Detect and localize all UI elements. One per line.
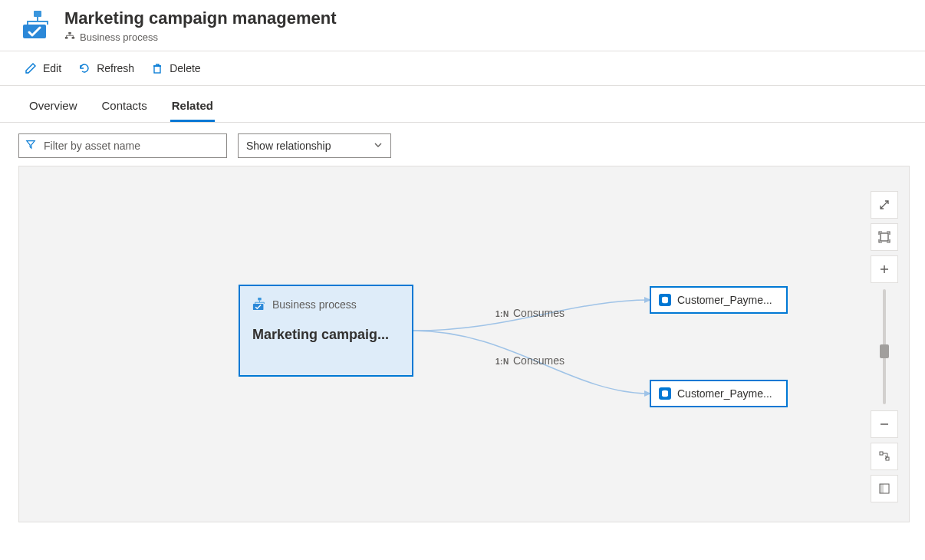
tab-related[interactable]: Related <box>170 90 215 122</box>
svg-rect-0 <box>34 11 41 17</box>
minimap-button[interactable] <box>871 475 898 502</box>
chevron-down-icon <box>374 140 383 152</box>
relationship-select[interactable]: Show relationship <box>238 133 391 158</box>
fullscreen-button[interactable] <box>871 191 898 219</box>
edit-button[interactable]: Edit <box>23 59 63 77</box>
tab-overview[interactable]: Overview <box>28 90 79 122</box>
fit-to-screen-button[interactable] <box>871 223 898 251</box>
zoom-slider-thumb[interactable] <box>880 344 889 358</box>
business-process-icon <box>21 9 52 40</box>
pencil-icon <box>25 62 37 74</box>
svg-rect-14 <box>880 484 884 493</box>
map-controls <box>871 191 898 502</box>
node-target-0-label: Customer_Payme... <box>677 294 779 306</box>
database-icon <box>659 387 671 400</box>
relationship-canvas[interactable]: Business process Marketing campaig... 1:… <box>18 166 910 522</box>
refresh-icon <box>78 62 91 74</box>
edge-cardinality-0: 1:N <box>495 310 509 318</box>
toolbar: Edit Refresh Delete <box>0 51 925 86</box>
svg-rect-2 <box>68 32 71 35</box>
delete-button[interactable]: Delete <box>150 59 202 77</box>
page-title: Marketing campaign management <box>64 8 337 30</box>
edge-label-1: Consumes <box>513 354 565 367</box>
page-subtitle: Business process <box>80 31 158 43</box>
zoom-out-button[interactable] <box>871 410 898 438</box>
delete-label: Delete <box>170 62 200 74</box>
filter-input[interactable] <box>42 139 220 153</box>
database-icon <box>659 294 671 306</box>
edit-label: Edit <box>43 62 61 74</box>
connectors <box>19 166 909 522</box>
tabs: Overview Contacts Related <box>0 86 925 123</box>
filter-icon <box>25 139 36 152</box>
trash-icon <box>151 62 163 74</box>
node-business-process[interactable]: Business process Marketing campaig... <box>239 285 413 377</box>
svg-rect-4 <box>72 37 75 39</box>
edge-label-0: Consumes <box>513 307 565 319</box>
business-process-small-icon <box>64 31 75 42</box>
svg-rect-11 <box>880 452 883 455</box>
refresh-button[interactable]: Refresh <box>77 59 136 77</box>
layout-button[interactable] <box>871 443 898 470</box>
filter-input-wrap[interactable] <box>18 133 227 158</box>
filter-row: Show relationship <box>0 123 925 166</box>
svg-rect-5 <box>154 66 160 73</box>
page-header: Marketing campaign management Business p… <box>0 0 925 51</box>
relationship-select-label: Show relationship <box>246 140 331 152</box>
svg-rect-6 <box>258 297 262 300</box>
node-title: Marketing campaig... <box>252 327 400 343</box>
tab-contacts[interactable]: Contacts <box>100 90 149 122</box>
zoom-in-button[interactable] <box>871 255 898 283</box>
svg-rect-3 <box>65 37 68 39</box>
node-target-1[interactable]: Customer_Payme... <box>650 380 788 407</box>
refresh-label: Refresh <box>97 62 134 74</box>
node-target-1-label: Customer_Payme... <box>677 387 779 400</box>
zoom-slider-track[interactable] <box>883 289 886 404</box>
edge-cardinality-1: 1:N <box>495 357 509 366</box>
node-target-0[interactable]: Customer_Payme... <box>650 286 788 314</box>
svg-rect-10 <box>881 233 888 241</box>
node-type-label: Business process <box>272 298 357 311</box>
business-process-node-icon <box>252 297 266 313</box>
